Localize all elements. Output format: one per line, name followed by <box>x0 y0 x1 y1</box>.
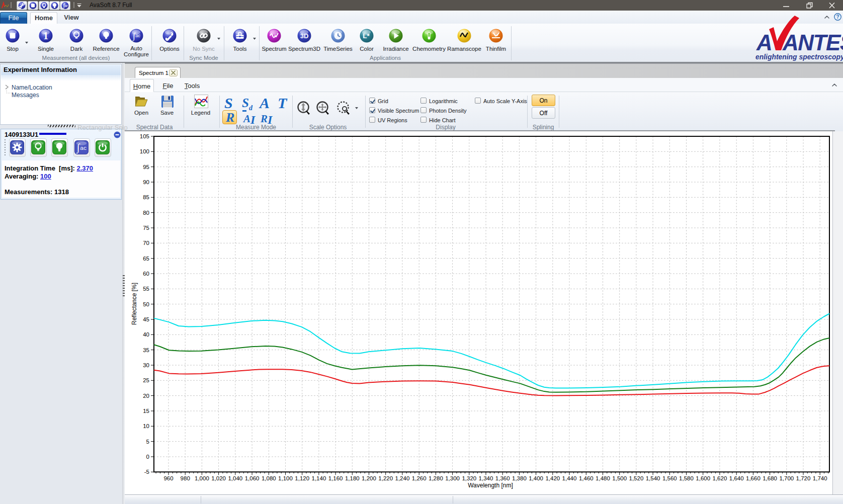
svg-text:1,420: 1,420 <box>545 475 560 481</box>
svg-text:60: 60 <box>143 271 149 277</box>
svg-text:L*: L* <box>363 32 370 40</box>
svg-text:ANTES: ANTES <box>782 30 843 55</box>
svg-text:100: 100 <box>140 148 149 154</box>
svg-text:85: 85 <box>143 194 149 200</box>
svg-text:5: 5 <box>146 439 149 445</box>
svg-text:65: 65 <box>143 256 149 262</box>
svg-text:1,180: 1,180 <box>345 475 360 481</box>
svg-text:A: A <box>756 30 772 55</box>
svg-text:45: 45 <box>143 316 149 322</box>
svg-text:1,740: 1,740 <box>813 475 827 481</box>
svg-text:1,400: 1,400 <box>529 475 543 481</box>
svg-text:1,120: 1,120 <box>295 475 309 481</box>
svg-text:1,580: 1,580 <box>679 475 694 481</box>
svg-text:0: 0 <box>146 454 149 460</box>
svg-text:1,000: 1,000 <box>195 475 209 481</box>
svg-text:1,020: 1,020 <box>211 475 226 481</box>
svg-text:1,280: 1,280 <box>429 475 443 481</box>
svg-text:ac: ac <box>65 4 69 8</box>
svg-text:55: 55 <box>143 286 149 292</box>
svg-text:1,700: 1,700 <box>779 475 794 481</box>
svg-text:3D: 3D <box>300 32 309 40</box>
svg-text:1,560: 1,560 <box>662 475 677 481</box>
svg-text:105: 105 <box>140 133 149 139</box>
svg-text:75: 75 <box>143 225 149 231</box>
svg-text:1,200: 1,200 <box>362 475 376 481</box>
svg-text:1,100: 1,100 <box>278 475 293 481</box>
svg-text:Wavelength [nm]: Wavelength [nm] <box>468 482 513 489</box>
svg-text:1,140: 1,140 <box>312 475 326 481</box>
svg-text:25: 25 <box>143 377 149 383</box>
svg-text:1,240: 1,240 <box>395 475 410 481</box>
svg-text:1,360: 1,360 <box>495 475 510 481</box>
svg-text:95: 95 <box>143 164 149 170</box>
svg-text:1: 1 <box>43 30 48 41</box>
svg-text:ac: ac <box>136 33 141 38</box>
svg-text:1,540: 1,540 <box>646 475 660 481</box>
svg-text:1,060: 1,060 <box>245 475 260 481</box>
svg-text:enlightening spectroscopy: enlightening spectroscopy <box>755 53 843 61</box>
svg-text:35: 35 <box>143 347 149 353</box>
svg-text:1,720: 1,720 <box>796 475 811 481</box>
svg-text:ac: ac <box>80 144 87 151</box>
svg-text:1,500: 1,500 <box>612 475 627 481</box>
svg-text:1,220: 1,220 <box>378 475 393 481</box>
svg-text:1,440: 1,440 <box>562 475 577 481</box>
svg-text:20: 20 <box>143 393 149 399</box>
svg-text:15: 15 <box>143 408 149 414</box>
svg-text:70: 70 <box>143 240 149 246</box>
svg-text:1,340: 1,340 <box>479 475 493 481</box>
svg-text:1,040: 1,040 <box>228 475 242 481</box>
svg-text:30: 30 <box>143 362 149 368</box>
svg-text:80: 80 <box>143 210 149 216</box>
svg-text:1,320: 1,320 <box>462 475 476 481</box>
svg-text:980: 980 <box>181 475 190 481</box>
svg-text:1,300: 1,300 <box>445 475 460 481</box>
svg-text:1,660: 1,660 <box>746 475 761 481</box>
svg-text:40: 40 <box>143 331 149 338</box>
svg-text:1,080: 1,080 <box>262 475 276 481</box>
svg-text:1,620: 1,620 <box>713 475 727 481</box>
svg-text:10: 10 <box>143 423 149 429</box>
svg-text:960: 960 <box>163 475 173 481</box>
svg-text:-5: -5 <box>144 469 149 475</box>
svg-text:1,160: 1,160 <box>328 475 343 481</box>
svg-text:90: 90 <box>143 179 149 185</box>
svg-text:1,600: 1,600 <box>696 475 710 481</box>
svg-text:1,460: 1,460 <box>579 475 594 481</box>
svg-text:50: 50 <box>143 301 149 307</box>
svg-text:1,680: 1,680 <box>763 475 777 481</box>
svg-text:Reflectance [%]: Reflectance [%] <box>131 283 138 325</box>
svg-text:1,380: 1,380 <box>512 475 527 481</box>
svg-text:1,520: 1,520 <box>629 475 644 481</box>
svg-text:1,640: 1,640 <box>729 475 744 481</box>
svg-text:1,260: 1,260 <box>412 475 427 481</box>
svg-text:1,480: 1,480 <box>596 475 610 481</box>
